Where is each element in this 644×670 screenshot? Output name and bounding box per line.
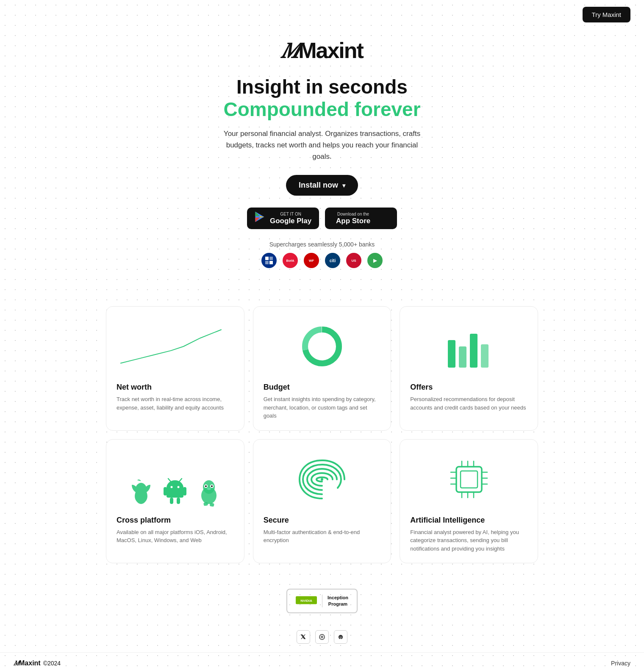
footer-copyright: ©2024 [43, 660, 61, 667]
feature-desc-budget: Get instant insights into spending by ca… [264, 395, 381, 420]
footer-logo: 𝑀Maxint [14, 659, 41, 667]
discord-icon[interactable] [334, 630, 347, 644]
feature-title-ai: Artificial Intelligence [410, 516, 527, 525]
svg-rect-6 [265, 261, 269, 264]
footer-left: 𝑀Maxint ©2024 [14, 659, 61, 667]
wells-fargo-icon: WF [304, 253, 319, 268]
svg-point-31 [207, 487, 211, 490]
app-store-badge[interactable]: Download on the App Store [325, 208, 397, 229]
features-grid: Net worth Track net worth in real-time a… [97, 306, 547, 563]
feature-desc-cross-platform: Available on all major platforms iOS, An… [117, 528, 234, 545]
hero-section: 𝑀Maxint Insight in seconds Compounded fo… [0, 29, 644, 306]
svg-rect-13 [470, 334, 477, 368]
banks-section: Supercharges seamlessly 5,000+ banks Bof… [8, 241, 636, 268]
secure-illustration [264, 450, 381, 509]
feature-card-cross-platform: Cross platform Available on all major pl… [106, 439, 244, 564]
feature-title-offers: Offers [410, 383, 527, 392]
svg-point-22 [177, 486, 179, 488]
cross-platform-illustration [117, 450, 234, 509]
store-badges: GET IT ON Google Play Download on the Ap… [8, 208, 636, 229]
us-bank-icon: US [346, 253, 361, 268]
feature-desc-ai: Financial analyst powered by AI, helping… [410, 528, 527, 553]
navbar: Try Maxint [0, 0, 644, 29]
app-store-text-top: Download on the [336, 212, 370, 217]
feature-title-net-worth: Net worth [117, 383, 234, 392]
citi-bank-icon: citi [325, 253, 340, 268]
try-maxint-button[interactable]: Try Maxint [583, 7, 630, 22]
feature-card-net-worth: Net worth Track net worth in real-time a… [106, 306, 244, 431]
svg-point-21 [170, 486, 172, 488]
bofa-bank-icon: BofA [283, 253, 298, 268]
svg-line-23 [168, 479, 171, 482]
svg-rect-12 [459, 346, 466, 368]
app-store-text-bottom: App Store [336, 217, 370, 225]
google-play-icon [254, 211, 266, 226]
svg-rect-7 [269, 261, 273, 264]
site-logo: 𝑀Maxint [8, 38, 636, 64]
budget-illustration [264, 317, 381, 376]
td-bank-icon: ▶ [367, 253, 383, 268]
logo-text: 𝑀 [281, 39, 298, 63]
feature-card-offers: Offers Personalized recommendations for … [400, 306, 538, 431]
hero-title-line1: Insight in seconds [8, 76, 636, 98]
svg-rect-18 [183, 487, 186, 496]
feature-desc-net-worth: Track net worth in real-time across inco… [117, 395, 234, 412]
bank-logos: BofA WF citi US ▶ [8, 253, 636, 268]
svg-rect-20 [177, 498, 180, 504]
blog-icon[interactable] [315, 630, 329, 644]
google-play-text-top: GET IT ON [270, 212, 311, 217]
svg-rect-5 [269, 257, 273, 260]
google-play-text: GET IT ON Google Play [270, 212, 311, 225]
svg-rect-17 [164, 487, 167, 496]
nvidia-badge: NVIDIA Inception Program [286, 589, 358, 613]
feature-title-cross-platform: Cross platform [117, 516, 234, 525]
svg-rect-16 [167, 487, 183, 498]
google-play-badge[interactable]: GET IT ON Google Play [247, 208, 319, 229]
net-worth-illustration [117, 317, 234, 376]
footer: 𝑀Maxint ©2024 Privacy [0, 652, 644, 670]
feature-card-secure: Secure Multi-factor authentication & end… [253, 439, 391, 564]
feature-desc-offers: Personalized recommendations for deposit… [410, 395, 527, 412]
feature-card-ai: Artificial Intelligence Financial analys… [400, 439, 538, 564]
svg-point-34 [321, 478, 323, 481]
google-play-text-bottom: Google Play [270, 217, 311, 225]
nvidia-section: NVIDIA Inception Program [0, 589, 644, 613]
svg-text:NVIDIA: NVIDIA [300, 599, 312, 603]
install-button-label: Install now [299, 181, 338, 190]
chevron-down-icon: ▾ [342, 182, 345, 189]
banks-tagline: Supercharges seamlessly 5,000+ banks [8, 241, 636, 248]
svg-rect-33 [209, 503, 214, 507]
svg-rect-14 [481, 344, 489, 368]
chase-bank-icon [261, 253, 277, 268]
footer-social [0, 630, 644, 644]
feature-card-budget: Budget Get instant insights into spendin… [253, 306, 391, 431]
svg-rect-4 [265, 257, 269, 260]
nvidia-program-text: Inception Program [328, 595, 348, 608]
app-store-text: Download on the App Store [336, 212, 370, 225]
svg-rect-36 [461, 471, 477, 488]
svg-rect-19 [170, 498, 173, 504]
nvidia-divider [322, 595, 322, 607]
feature-desc-secure: Multi-factor authentication & end-to-end… [264, 528, 381, 545]
svg-line-24 [179, 479, 182, 482]
twitter-icon[interactable] [297, 630, 310, 644]
svg-rect-11 [448, 340, 455, 368]
install-now-button[interactable]: Install now ▾ [286, 175, 358, 196]
svg-rect-32 [203, 502, 208, 506]
svg-point-29 [205, 485, 207, 487]
nvidia-logo: NVIDIA [296, 594, 317, 608]
offers-illustration [410, 317, 527, 376]
svg-point-30 [211, 485, 213, 487]
feature-title-budget: Budget [264, 383, 381, 392]
hero-title-line2: Compounded forever [8, 98, 636, 121]
privacy-link[interactable]: Privacy [611, 660, 630, 667]
feature-title-secure: Secure [264, 516, 381, 525]
hero-subtitle: Your personal financial analyst. Organiz… [220, 128, 424, 163]
ai-illustration [410, 450, 527, 509]
